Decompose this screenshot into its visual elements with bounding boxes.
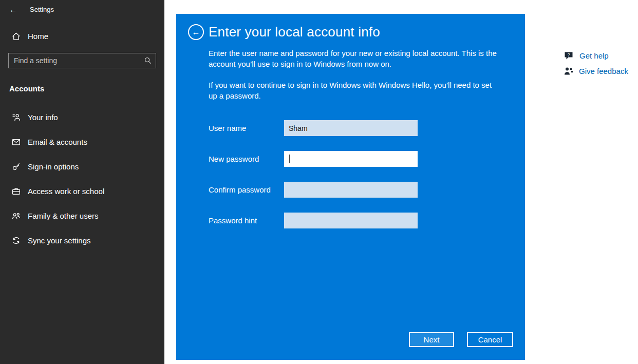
- sidebar-item-access-work-school[interactable]: Access work or school: [0, 179, 164, 203]
- username-input[interactable]: [284, 120, 418, 136]
- new-password-label: New password: [209, 155, 284, 163]
- get-help-label: Get help: [579, 51, 609, 60]
- sidebar-item-label: Your info: [28, 113, 58, 122]
- sidebar-item-label: Email & accounts: [28, 138, 87, 146]
- svg-text:?: ?: [567, 52, 570, 58]
- sidebar-item-label: Access work or school: [28, 187, 104, 196]
- people-icon: [11, 211, 21, 220]
- search-icon[interactable]: [140, 56, 156, 65]
- sidebar-item-label: Sync your settings: [28, 236, 91, 245]
- confirm-password-row: Confirm password: [209, 182, 525, 198]
- password-hint-input[interactable]: [284, 213, 418, 228]
- search-input[interactable]: [9, 56, 140, 65]
- give-feedback-link[interactable]: Give feedback: [564, 67, 628, 75]
- sidebar-item-your-info[interactable]: Your info: [0, 105, 164, 129]
- account-form: User name New password Confirm password: [209, 120, 525, 228]
- dialog-back-icon[interactable]: ←: [188, 24, 204, 40]
- local-account-dialog: ← Enter your local account info Enter th…: [176, 14, 525, 360]
- sidebar-item-label: Home: [28, 32, 48, 41]
- dialog-description-2: If you want to continue to sign in to Wi…: [209, 80, 499, 102]
- window-title: Settings: [30, 6, 54, 13]
- search-box: [8, 53, 156, 68]
- sidebar-item-sync-settings[interactable]: Sync your settings: [0, 228, 164, 253]
- key-icon: [11, 162, 21, 171]
- text-caret: [289, 155, 290, 163]
- person-icon: [11, 112, 21, 122]
- sidebar-item-home[interactable]: Home: [0, 26, 164, 46]
- password-hint-label: Password hint: [209, 216, 284, 225]
- dialog-title: Enter your local account info: [209, 24, 380, 40]
- new-password-input[interactable]: [284, 151, 418, 167]
- help-links: ? Get help Give feedback: [564, 51, 628, 75]
- dialog-buttons: Next Cancel: [409, 332, 513, 347]
- new-password-row: New password: [209, 151, 525, 167]
- dialog-description-1: Enter the user name and password for you…: [209, 48, 499, 70]
- sidebar-item-email-accounts[interactable]: Email & accounts: [0, 129, 164, 154]
- get-help-icon: ?: [564, 51, 574, 60]
- give-feedback-icon: [564, 67, 573, 75]
- sidebar-item-family-other-users[interactable]: Family & other users: [0, 203, 164, 228]
- give-feedback-label: Give feedback: [579, 67, 628, 75]
- username-label: User name: [209, 124, 284, 132]
- back-arrow-icon[interactable]: ←: [9, 5, 30, 14]
- sync-icon: [11, 236, 21, 245]
- sidebar-item-label: Sign-in options: [28, 162, 79, 171]
- get-help-link[interactable]: ? Get help: [564, 51, 628, 60]
- sidebar-nav: Your info Email & accounts: [0, 105, 164, 253]
- confirm-password-input[interactable]: [284, 182, 418, 198]
- home-icon: [11, 31, 21, 41]
- briefcase-icon: [11, 186, 21, 196]
- cancel-button[interactable]: Cancel: [467, 332, 513, 347]
- dialog-header: ← Enter your local account info: [176, 14, 525, 40]
- sidebar-item-sign-in-options[interactable]: Sign-in options: [0, 154, 164, 179]
- sidebar-section-header: Accounts: [0, 84, 164, 93]
- email-icon: [11, 137, 21, 146]
- titlebar: ← Settings: [0, 0, 164, 14]
- confirm-password-label: Confirm password: [209, 185, 284, 194]
- dialog-body: Enter the user name and password for you…: [176, 48, 525, 228]
- sidebar-item-label: Family & other users: [28, 212, 99, 220]
- password-hint-row: Password hint: [209, 213, 525, 228]
- settings-window: ← Settings Home Accounts: [0, 0, 638, 364]
- username-row: User name: [209, 120, 525, 136]
- sidebar: ← Settings Home Accounts: [0, 0, 164, 364]
- next-button[interactable]: Next: [409, 332, 454, 347]
